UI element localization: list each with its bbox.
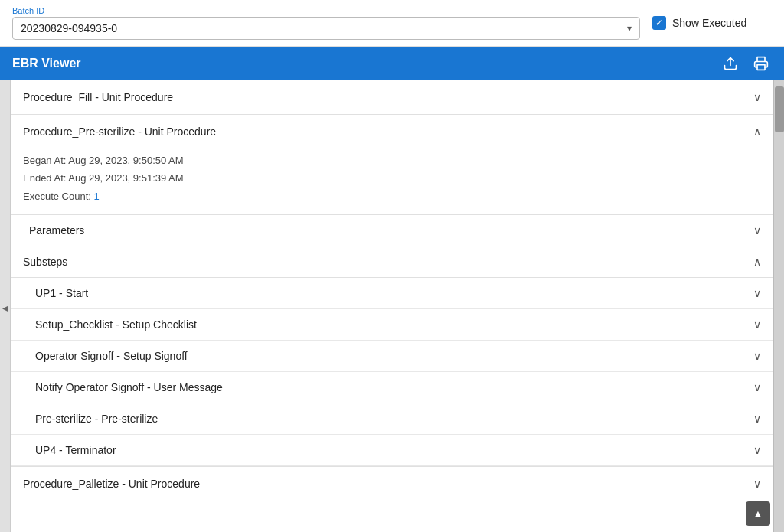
substep-notify-operator-chevron: ∨	[753, 381, 761, 393]
substep-operator-signoff[interactable]: Operator Signoff - Setup Signoff ∨	[11, 341, 773, 372]
scroll-to-top-button[interactable]: ▲	[746, 501, 770, 526]
substep-setup-checklist-label: Setup_Checklist - Setup Checklist	[35, 318, 197, 331]
procedure-fill-chevron: ∨	[753, 91, 761, 103]
parameters-row[interactable]: Parameters ∨	[11, 214, 773, 246]
procedure-palletize-chevron: ∨	[753, 478, 761, 490]
substep-notify-operator[interactable]: Notify Operator Signoff - User Message ∨	[11, 372, 773, 403]
substeps-label: Substeps	[23, 256, 67, 268]
substep-operator-signoff-chevron: ∨	[753, 350, 761, 362]
substep-up1[interactable]: UP1 - Start ∨	[11, 278, 773, 309]
substep-pre-sterilize[interactable]: Pre-sterilize - Pre-sterilize ∨	[11, 403, 773, 435]
batch-id-select[interactable]: 20230829-094935-0 ▾	[12, 17, 640, 40]
ended-at: Ended At: Aug 29, 2023, 9:51:39 AM	[23, 169, 761, 187]
substeps-list: UP1 - Start ∨ Setup_Checklist - Setup Ch…	[11, 278, 773, 466]
left-collapse-handle[interactable]: ◀	[0, 80, 11, 532]
svg-rect-1	[757, 65, 765, 70]
substep-setup-checklist-chevron: ∨	[753, 318, 761, 331]
substeps-header[interactable]: Substeps ∧	[11, 246, 773, 278]
substep-pre-sterilize-chevron: ∨	[753, 413, 761, 425]
parameters-label: Parameters	[29, 224, 84, 237]
content-area: Procedure_Fill - Unit Procedure ∨ Proced…	[11, 80, 773, 532]
substep-up4[interactable]: UP4 - Terminator ∨	[11, 435, 773, 466]
procedure-pre-sterilize-chevron: ∧	[753, 126, 761, 138]
substep-pre-sterilize-label: Pre-sterilize - Pre-sterilize	[35, 413, 158, 425]
procedure-palletize-row[interactable]: Procedure_Palletize - Unit Procedure ∨	[11, 467, 773, 501]
scroll-to-top-icon: ▲	[753, 508, 763, 520]
upload-button[interactable]	[720, 54, 741, 73]
batch-id-chevron-icon: ▾	[627, 23, 632, 34]
procedure-pre-sterilize-details: Began At: Aug 29, 2023, 9:50:50 AM Ended…	[11, 149, 773, 214]
substep-operator-signoff-label: Operator Signoff - Setup Signoff	[35, 350, 188, 362]
substep-up1-chevron: ∨	[753, 287, 761, 299]
procedure-pre-sterilize-label: Procedure_Pre-sterilize - Unit Procedure	[23, 126, 216, 138]
execute-count: Execute Count: 1	[23, 188, 761, 205]
substeps-chevron: ∧	[753, 256, 761, 268]
show-executed-group: ✓ Show Executed	[652, 16, 746, 30]
batch-id-group: Batch ID 20230829-094935-0 ▾	[12, 6, 640, 40]
substep-up4-label: UP4 - Terminator	[35, 444, 116, 456]
left-handle-icon: ◀	[2, 304, 8, 312]
batch-id-label: Batch ID	[12, 6, 640, 15]
print-button[interactable]	[750, 54, 772, 73]
substep-setup-checklist[interactable]: Setup_Checklist - Setup Checklist ∨	[11, 309, 773, 341]
parameters-chevron: ∨	[753, 224, 761, 237]
procedure-palletize-label: Procedure_Palletize - Unit Procedure	[23, 478, 200, 490]
batch-id-value: 20230829-094935-0	[21, 22, 117, 34]
substep-notify-operator-label: Notify Operator Signoff - User Message	[35, 381, 223, 393]
procedure-fill-row[interactable]: Procedure_Fill - Unit Procedure ∨	[11, 80, 773, 115]
substep-up4-chevron: ∨	[753, 444, 761, 456]
main-content: ◀ Procedure_Fill - Unit Procedure ∨ Proc…	[0, 80, 784, 532]
show-executed-checkbox[interactable]: ✓	[652, 16, 666, 30]
began-at: Began At: Aug 29, 2023, 9:50:50 AM	[23, 152, 761, 169]
substep-up1-label: UP1 - Start	[35, 287, 88, 299]
procedure-pre-sterilize-section: Procedure_Pre-sterilize - Unit Procedure…	[11, 115, 773, 467]
right-scrollbar[interactable]	[773, 80, 784, 532]
ebr-actions	[720, 54, 772, 73]
procedure-pre-sterilize-header[interactable]: Procedure_Pre-sterilize - Unit Procedure…	[11, 115, 773, 149]
show-executed-label: Show Executed	[672, 17, 746, 29]
top-bar: Batch ID 20230829-094935-0 ▾ ✓ Show Exec…	[0, 0, 784, 47]
scrollbar-thumb[interactable]	[775, 86, 784, 132]
ebr-header: EBR Viewer	[0, 47, 784, 80]
ebr-title: EBR Viewer	[12, 57, 81, 70]
procedure-fill-label: Procedure_Fill - Unit Procedure	[23, 91, 173, 103]
